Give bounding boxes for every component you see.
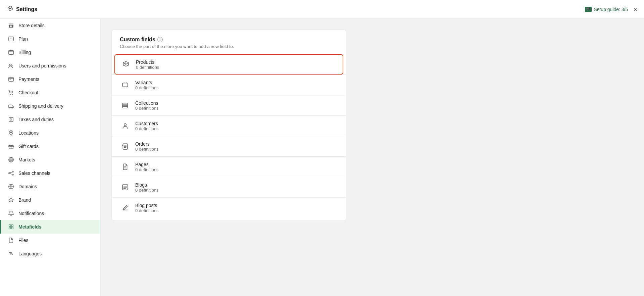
sidebar-label-taxes: Taxes and duties xyxy=(18,117,54,122)
blogs-name: Blogs xyxy=(135,182,158,188)
svg-point-6 xyxy=(12,94,13,95)
svg-point-11 xyxy=(10,132,12,133)
card-header: Custom fields i Choose the part of the s… xyxy=(112,30,346,52)
orders-name: Orders xyxy=(135,141,158,147)
sidebar-item-checkout[interactable]: Checkout xyxy=(0,86,100,99)
sidebar-item-metafields[interactable]: Metafields xyxy=(0,220,100,234)
variants-name: Variants xyxy=(135,80,158,85)
products-content: Products 0 definitions xyxy=(136,59,159,70)
setup-guide[interactable]: 🏴 Setup guide: 3/5 xyxy=(585,7,628,12)
blogs-icon xyxy=(120,182,131,193)
field-item-collections[interactable]: Collections 0 definitions xyxy=(112,95,346,115)
customers-name: Customers xyxy=(135,121,158,126)
products-count: 0 definitions xyxy=(136,65,159,70)
field-item-variants[interactable]: Variants 0 definitions xyxy=(112,75,346,95)
blogs-content: Blogs 0 definitions xyxy=(135,182,158,193)
info-icon[interactable]: i xyxy=(157,37,163,42)
sidebar: Store details Plan Billing Users and per… xyxy=(0,19,101,296)
field-item-blog-posts[interactable]: Blog posts 0 definitions xyxy=(112,197,346,218)
layout: Store details Plan Billing Users and per… xyxy=(0,19,644,296)
field-item-customers[interactable]: Customers 0 definitions xyxy=(112,115,346,136)
card-title: Custom fields i xyxy=(120,37,338,43)
orders-icon xyxy=(120,141,131,152)
gear-icon xyxy=(7,6,13,13)
sidebar-item-domains[interactable]: Domains xyxy=(0,180,100,193)
pages-icon xyxy=(120,161,131,172)
svg-rect-20 xyxy=(9,227,11,229)
sidebar-label-brand: Brand xyxy=(18,197,31,203)
close-button[interactable]: × xyxy=(633,6,637,13)
sidebar-item-taxes[interactable]: Taxes and duties xyxy=(0,113,100,126)
sidebar-label-shipping: Shipping and delivery xyxy=(18,103,63,109)
svg-rect-7 xyxy=(9,105,12,107)
field-item-blogs[interactable]: Blogs 0 definitions xyxy=(112,177,346,197)
blog-posts-count: 0 definitions xyxy=(135,208,158,213)
gift-icon xyxy=(8,143,14,150)
sidebar-item-plan[interactable]: Plan xyxy=(0,32,100,46)
blog-posts-icon xyxy=(120,202,131,213)
sidebar-label-markets: Markets xyxy=(18,157,35,162)
svg-rect-3 xyxy=(9,78,13,82)
products-name: Products xyxy=(136,59,159,65)
store-icon xyxy=(8,22,14,29)
locations-icon xyxy=(8,130,14,136)
sidebar-item-languages[interactable]: Languages xyxy=(0,247,100,260)
field-list: Products 0 definitions Variants 0 defini… xyxy=(112,54,346,220)
svg-rect-21 xyxy=(11,227,13,229)
sidebar-item-files[interactable]: Files xyxy=(0,234,100,247)
payments-icon xyxy=(8,76,14,83)
svg-point-2 xyxy=(10,64,11,66)
sidebar-item-billing[interactable]: Billing xyxy=(0,46,100,59)
app-title: Settings xyxy=(16,6,37,12)
svg-rect-19 xyxy=(11,225,13,227)
sidebar-item-users-permissions[interactable]: Users and permissions xyxy=(0,59,100,72)
custom-fields-card: Custom fields i Choose the part of the s… xyxy=(111,30,346,221)
collections-count: 0 definitions xyxy=(135,106,158,111)
sidebar-label-sales-channels: Sales channels xyxy=(18,170,50,176)
sidebar-item-shipping[interactable]: Shipping and delivery xyxy=(0,99,100,113)
blog-posts-content: Blog posts 0 definitions xyxy=(135,203,158,213)
customers-content: Customers 0 definitions xyxy=(135,121,158,131)
svg-point-9 xyxy=(12,108,13,109)
domains-icon xyxy=(8,183,14,190)
svg-rect-22 xyxy=(122,83,128,87)
files-icon xyxy=(8,237,14,244)
svg-point-14 xyxy=(9,172,10,174)
sidebar-item-store-details[interactable]: Store details xyxy=(0,19,100,32)
checkout-icon xyxy=(8,89,14,96)
sales-icon xyxy=(8,170,14,177)
sidebar-item-payments[interactable]: Payments xyxy=(0,72,100,86)
topbar-left: Settings xyxy=(7,6,37,13)
users-icon xyxy=(8,62,14,69)
field-item-orders[interactable]: Orders 0 definitions xyxy=(112,136,346,156)
blog-posts-name: Blog posts xyxy=(135,203,158,208)
variants-icon xyxy=(120,80,131,90)
shipping-icon xyxy=(8,103,14,109)
sidebar-item-markets[interactable]: Markets xyxy=(0,153,100,166)
sidebar-item-gift-cards[interactable]: Gift cards xyxy=(0,140,100,153)
svg-rect-18 xyxy=(9,225,11,227)
sidebar-label-domains: Domains xyxy=(18,184,37,189)
sidebar-label-checkout: Checkout xyxy=(18,90,38,95)
billing-icon xyxy=(8,49,14,56)
pages-content: Pages 0 definitions xyxy=(135,162,158,172)
sidebar-label-billing: Billing xyxy=(18,50,31,55)
sidebar-label-locations: Locations xyxy=(18,130,39,136)
sidebar-label-plan: Plan xyxy=(18,36,28,42)
customers-icon xyxy=(120,120,131,131)
field-item-pages[interactable]: Pages 0 definitions xyxy=(112,156,346,177)
sidebar-item-sales-channels[interactable]: Sales channels xyxy=(0,166,100,180)
sidebar-item-brand[interactable]: Brand xyxy=(0,193,100,207)
plan-icon xyxy=(8,36,14,42)
svg-point-15 xyxy=(12,171,14,172)
variants-count: 0 definitions xyxy=(135,85,158,90)
field-item-products[interactable]: Products 0 definitions xyxy=(114,54,343,75)
svg-point-24 xyxy=(124,124,127,126)
svg-point-5 xyxy=(10,94,11,95)
sidebar-item-locations[interactable]: Locations xyxy=(0,126,100,140)
notifications-icon xyxy=(8,210,14,217)
sidebar-label-payments: Payments xyxy=(18,77,39,82)
sidebar-item-notifications[interactable]: Notifications xyxy=(0,207,100,220)
pages-count: 0 definitions xyxy=(135,167,158,172)
languages-icon xyxy=(8,250,14,257)
